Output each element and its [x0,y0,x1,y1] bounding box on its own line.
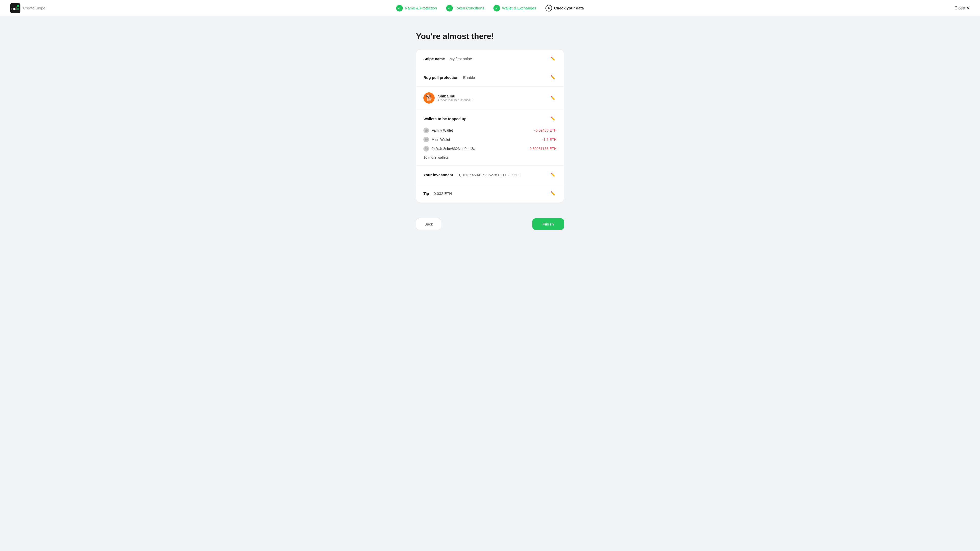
step-label-3: Wallet & Exchanges [502,6,536,10]
rug-pull-value: Enable [463,75,475,79]
investment-edit-button[interactable]: ✏️ [549,171,557,178]
rug-pull-label: Rug pull protection [423,75,458,79]
wallet-item-address: Ⓖ 0x2d4e8sfuv8323ioe0bcf8a -9.89231133 E… [423,144,557,153]
wallet-amount-family: -0.09485 ETH [535,128,557,132]
tip-row: Tip 0.032 ETH ✏️ [416,184,564,203]
token-info-left: 🐕 Shiba Inu Code: ioe0bcf8a23ioe0 [423,92,473,103]
close-button[interactable]: Close ✕ [955,6,970,11]
svg-text:nd: nd [11,6,17,11]
snipe-name-value: My first snipe [449,57,472,61]
token-row: 🐕 Shiba Inu Code: ioe0bcf8a23ioe0 ✏️ [416,87,564,110]
step-label-4: Check your data [554,6,584,10]
close-x-icon: ✕ [966,6,970,11]
wallet-amount-address: -9.89231133 ETH [528,147,557,151]
step-name-protection: ✓ Name & Protection [396,5,437,11]
app-logo: nd [10,3,21,13]
step-label-1: Name & Protection [405,6,437,10]
rug-pull-row: Rug pull protection Enable ✏️ [416,68,564,87]
snipe-name-row: Snipe name My first snipe ✏️ [416,49,564,68]
token-code: Code: ioe0bcf8a23ioe0 [438,98,473,102]
wallet-name-main: Main Wallet [431,138,450,141]
wallet-name-address: 0x2d4e8sfuv8323ioe0bcf8a [431,147,475,151]
wallets-edit-button[interactable]: ✏️ [549,115,557,122]
more-wallets-link[interactable]: 16 more wallets [423,156,449,159]
investment-values: 0,16135460417295278 ETH / $500 [456,172,520,177]
wallets-header: Wallets to be topped up ✏️ [423,115,557,122]
create-snipe-label: Create Snipe [23,6,45,10]
logo-area: nd Create Snipe [10,3,45,13]
wallet-left-main: Ⓖ Main Wallet [423,137,450,142]
step-num-4: 4 [546,5,552,11]
wallet-left-family: Ⓖ Family Wallet [423,127,453,133]
wallet-name-family: Family Wallet [431,128,453,132]
step-check-icon-3: ✓ [493,5,500,11]
snipe-name-label: Snipe name [423,57,445,61]
tip-label: Tip [423,191,429,196]
investment-left: Your investment 0,16135460417295278 ETH … [423,172,520,177]
tip-left: Tip 0.032 ETH [423,191,452,196]
step-label-2: Token Conditions [455,6,484,10]
wallet-left-address: Ⓖ 0x2d4e8sfuv8323ioe0bcf8a [423,146,475,151]
investment-row: Your investment 0,16135460417295278 ETH … [416,165,564,184]
main-content: You're almost there! Snipe name My first… [411,32,569,203]
wallet-icon-family: Ⓖ [423,127,429,133]
investment-eth: 0,16135460417295278 ETH [458,173,506,177]
rug-pull-left: Rug pull protection Enable [423,75,475,79]
page-title: You're almost there! [416,32,564,41]
wallet-icon-main: Ⓖ [423,137,429,142]
svg-rect-2 [17,5,19,7]
rug-pull-edit-button[interactable]: ✏️ [549,74,557,81]
token-details: Shiba Inu Code: ioe0bcf8a23ioe0 [438,94,473,102]
step-wallet-exchanges: ✓ Wallet & Exchanges [493,5,536,11]
svg-rect-3 [17,8,19,10]
wallets-section: Wallets to be topped up ✏️ Ⓖ Family Wall… [416,110,564,165]
investment-usd: $500 [512,173,520,177]
snipe-name-edit-button[interactable]: ✏️ [549,55,557,62]
finish-button[interactable]: Finish [532,218,564,230]
token-name: Shiba Inu [438,94,473,98]
wallet-icon-address: Ⓖ [423,146,429,151]
wallet-amount-main: -1.2 ETH [542,138,557,141]
snipe-name-left: Snipe name My first snipe [423,57,472,61]
footer-buttons: Back Finish [411,218,569,230]
token-edit-button[interactable]: ✏️ [549,94,557,102]
step-check-data: 4 Check your data [546,5,584,11]
summary-card: Snipe name My first snipe ✏️ Rug pull pr… [416,49,564,203]
back-button[interactable]: Back [416,218,441,230]
step-check-icon-1: ✓ [396,5,403,11]
step-check-icon-2: ✓ [446,5,453,11]
token-avatar: 🐕 [423,92,434,103]
investment-divider: / [508,172,509,177]
wallet-item-family: Ⓖ Family Wallet -0.09485 ETH [423,126,557,135]
tip-edit-button[interactable]: ✏️ [549,190,557,197]
wallets-title: Wallets to be topped up [423,117,466,121]
tip-value: 0.032 ETH [434,191,452,196]
step-token-conditions: ✓ Token Conditions [446,5,484,11]
wizard-steps: ✓ Name & Protection ✓ Token Conditions ✓… [396,5,584,11]
investment-label: Your investment [423,173,453,177]
app-header: nd Create Snipe ✓ Name & Protection ✓ To… [0,0,980,16]
wallet-item-main: Ⓖ Main Wallet -1.2 ETH [423,135,557,144]
